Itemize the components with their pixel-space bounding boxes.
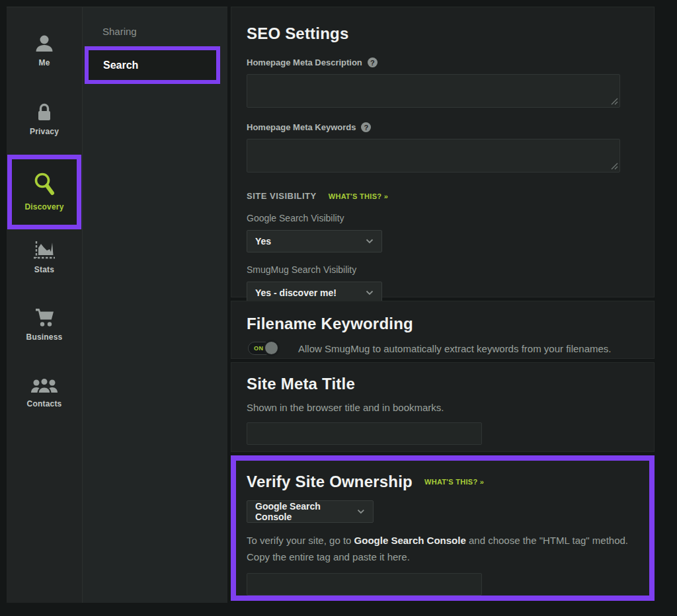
smugmug-visibility-value: Yes - discover me!	[255, 288, 337, 298]
site-meta-title-section: Site Meta Title Shown in the browser tit…	[231, 362, 655, 452]
filename-keywording-description: Allow SmugMug to automatically extract k…	[298, 343, 612, 354]
meta-description-label-row: Homepage Meta Description ?	[247, 58, 639, 67]
chevron-down-icon	[357, 509, 365, 514]
meta-description-field-wrap	[247, 74, 620, 108]
subnav-item-sharing[interactable]: Sharing	[102, 26, 227, 37]
google-visibility-value: Yes	[255, 236, 271, 247]
site-visibility-row: SITE VISIBILITY WHAT'S THIS? »	[247, 191, 639, 201]
verify-instructions-before: To verify your site, go to	[247, 535, 354, 546]
contacts-people-icon	[30, 376, 58, 395]
site-meta-title-heading: Site Meta Title	[247, 375, 639, 393]
subnav: Sharing Search	[82, 7, 227, 603]
sidebar-item-label: Stats	[34, 265, 54, 274]
stats-chart-icon	[32, 240, 56, 260]
sidebar-item-label: Privacy	[30, 127, 59, 136]
lock-icon	[34, 102, 54, 122]
filename-keywording-row: ON Allow SmugMug to automatically extrac…	[248, 342, 639, 355]
subnav-item-search-label: Search	[103, 59, 138, 71]
sidebar-item-label: Contacts	[27, 399, 62, 408]
filename-keywording-section: Filename Keywording ON Allow SmugMug to …	[231, 301, 655, 359]
whats-this-link[interactable]: WHAT'S THIS? »	[329, 192, 388, 200]
user-icon	[34, 34, 55, 54]
verify-tag-input[interactable]	[247, 573, 482, 596]
meta-description-textarea[interactable]	[247, 74, 620, 108]
main-content: SEO Settings Homepage Meta Description ?…	[231, 7, 655, 603]
verify-instructions: To verify your site, go to Google Search…	[247, 533, 629, 566]
site-meta-title-input[interactable]	[247, 422, 482, 445]
chevron-down-icon	[366, 239, 374, 244]
sidebar-item-privacy[interactable]: Privacy	[30, 102, 59, 136]
meta-keywords-field-wrap	[247, 139, 620, 173]
toggle-on-label: ON	[254, 345, 264, 352]
sidebar-item-contacts[interactable]: Contacts	[27, 376, 62, 408]
sidebar-item-stats[interactable]: Stats	[32, 240, 56, 274]
sidebar: Me Privacy Discovery	[7, 7, 82, 603]
google-visibility-select[interactable]: Yes	[247, 230, 382, 252]
verify-ownership-heading-row: Verify Site Ownership WHAT'S THIS? »	[247, 473, 639, 491]
cart-icon	[33, 307, 56, 328]
site-meta-title-description: Shown in the browser title and in bookma…	[247, 402, 639, 413]
sidebar-item-business[interactable]: Business	[26, 307, 63, 342]
verify-provider-value: Google Search Console	[255, 501, 357, 522]
smugmug-visibility-label: SmugMug Search Visibility	[247, 264, 639, 275]
sidebar-item-label: Discovery	[24, 202, 63, 212]
whats-this-link[interactable]: WHAT'S THIS? »	[424, 478, 484, 486]
help-icon[interactable]: ?	[361, 122, 371, 132]
settings-window: Me Privacy Discovery	[7, 7, 655, 603]
site-visibility-label: SITE VISIBILITY	[247, 191, 317, 201]
seo-settings-section: SEO Settings Homepage Meta Description ?…	[231, 7, 655, 297]
google-visibility-label: Google Search Visibility	[247, 213, 639, 223]
filename-keywording-title: Filename Keywording	[247, 315, 639, 333]
chevron-down-icon	[366, 290, 374, 295]
sidebar-item-discovery[interactable]: Discovery	[24, 171, 63, 212]
seo-settings-title: SEO Settings	[247, 24, 639, 43]
filename-keywording-toggle[interactable]: ON	[248, 342, 278, 355]
verify-instructions-bold: Google Search Console	[354, 535, 466, 546]
meta-keywords-textarea[interactable]	[247, 139, 620, 173]
meta-keywords-label: Homepage Meta Keywords	[247, 122, 356, 132]
help-icon[interactable]: ?	[368, 58, 378, 67]
discovery-highlight-box: Discovery	[7, 155, 81, 229]
verify-ownership-title: Verify Site Ownership	[247, 473, 413, 491]
search-discovery-icon	[32, 171, 57, 198]
sidebar-item-me[interactable]: Me	[34, 34, 55, 67]
meta-description-label: Homepage Meta Description	[247, 58, 362, 67]
toggle-knob[interactable]	[263, 340, 280, 356]
subnav-item-search[interactable]: Search	[85, 46, 220, 84]
sidebar-item-label: Business	[26, 332, 63, 342]
meta-keywords-label-row: Homepage Meta Keywords ?	[247, 122, 639, 132]
verify-provider-select[interactable]: Google Search Console	[247, 500, 374, 523]
sidebar-item-label: Me	[38, 58, 50, 67]
verify-site-ownership-section: Verify Site Ownership WHAT'S THIS? » Goo…	[231, 455, 655, 601]
